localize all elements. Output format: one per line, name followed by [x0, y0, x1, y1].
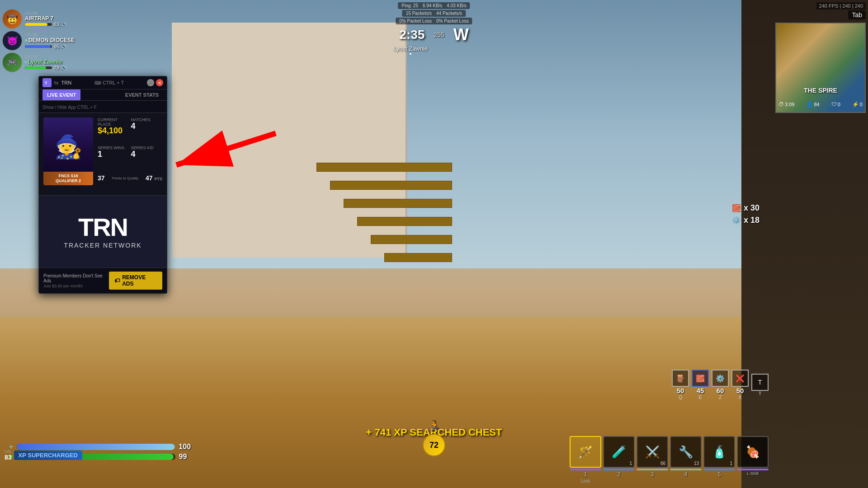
keyboard-icon: ⌨ — [94, 80, 101, 85]
series-kd-val: 4 — [131, 150, 163, 159]
event-thumb-label: FNCS S16 QUALIFIER 2 — [43, 172, 93, 185]
shield-value: 100 — [179, 443, 194, 451]
hotbar-rarity-lshift — [737, 469, 769, 470]
level-xp-section: LVL 83 XP SUPERCHARGED — [5, 449, 82, 461]
trn-shortcut-display: ⌨ CTRL + T — [94, 80, 124, 85]
stair-2 — [330, 181, 452, 190]
player-health-fill-3 — [25, 66, 46, 69]
player-level-tag-2: LVL 95 — [25, 32, 75, 37]
compass-direction: W — [453, 25, 469, 44]
build-key-4: X — [738, 394, 741, 400]
weapon-hotbar: 🪄 1 Lock 🧪 1 2 ⚔️ 66 3 🔧 13 4 🧴 — [570, 436, 769, 483]
series-wins-label: Series Wins — [98, 145, 129, 150]
trn-footer: Premium Members Don't See Ads Just $3.00… — [39, 267, 167, 293]
build-count-1: 50 — [677, 387, 684, 394]
tab-live-event[interactable]: LIVE EVENT — [42, 89, 80, 100]
build-icon-wrap-5: T T — [751, 374, 769, 396]
trn-brand-label: TRN — [61, 80, 72, 85]
hotbar-ammo-5: 1 — [730, 461, 732, 466]
speaker-icon-1: 🔊 — [61, 22, 66, 27]
minimize-button[interactable]: − — [147, 79, 154, 86]
stair-1 — [316, 163, 452, 172]
minimap-players: 👤 84 — [806, 101, 819, 108]
floating-name-dot — [410, 53, 411, 55]
pts-suffix: PTS — [154, 177, 162, 181]
trn-logo-icon: T — [44, 80, 50, 86]
stat-series-kd: Series K/D 4 — [131, 145, 163, 166]
show-hide-hint: Show / Hide App CTRL + F — [42, 105, 97, 110]
stat-series-wins: Series Wins 1 — [98, 145, 129, 166]
player-health-fill-1 — [25, 23, 47, 26]
trn-widget: T by TRN ⌨ CTRL + T − ✕ LIVE EVENT Event… — [38, 76, 167, 294]
tab-event-stats[interactable]: Event Stats — [121, 89, 163, 100]
stat-matches: Matches 4 — [131, 117, 163, 143]
player-level-tag-1: LVL 83 — [25, 11, 66, 15]
metal-count: x 18 — [744, 216, 760, 225]
hotbar-ammo-3: 66 — [660, 461, 665, 466]
minimap-stats: ⏱ 3:09 👤 84 🛡 0 ⚡ 0 — [778, 101, 863, 108]
build-key-1: Q — [679, 394, 683, 400]
hotbar-box-4: 🔧 13 — [670, 436, 702, 468]
player-health-row-1: 83 🔊 — [25, 22, 66, 27]
event-title-line2: QUALIFIER 2 — [45, 178, 91, 183]
game-timer: 2:35 — [399, 28, 425, 42]
ping-info: Ping: 25 6.94 KB/s 4.03 KB/s — [398, 2, 470, 9]
floating-name-text: Lyost Zawnie — [393, 45, 428, 52]
build-icon-5: T — [751, 374, 769, 391]
minimap: THE SPIRE ⏱ 3:09 👤 84 🛡 0 ⚡ 0 — [775, 23, 866, 113]
hotbar-key-5: 5 — [718, 471, 721, 478]
build-count-2: 45 — [697, 387, 704, 394]
fps-display: 240 FPS | 240 | 240 — [816, 2, 866, 9]
hotbar-slot-lshift: 🍖 L-Shift — [737, 436, 769, 483]
hotbar-slot-5: 🧴 1 5 — [703, 436, 735, 483]
trn-logo-area: T by TRN — [42, 78, 71, 87]
timer-compass: 2:35 255 W — [399, 25, 468, 44]
trn-window-controls[interactable]: − ✕ — [147, 79, 163, 86]
level-display: LVL 83 — [5, 449, 12, 461]
staircase — [316, 127, 475, 262]
series-kd-label: Series K/D — [131, 145, 163, 150]
footer-line2: Just $3.00 per month! — [43, 284, 109, 288]
player-health-row-3: 78 🔊 — [25, 65, 66, 70]
player-entry-3: 🎮 LVL 78 • Lyost Zawnie 78 🔊 — [2, 52, 75, 72]
packets-up: 44 Packets/s — [436, 11, 462, 16]
build-icon-3: ⚙️ — [712, 370, 729, 387]
floating-character-name: Lyost Zawnie — [393, 45, 428, 55]
resource-counters: 🧱 x 30 ⚙️ x 18 — [732, 203, 760, 225]
trn-event-content: 🧙 FNCS S16 QUALIFIER 2 Current Place $4,… — [39, 113, 167, 195]
player-avatar-3: 🎮 — [2, 52, 22, 72]
metal-icon: ⚙️ — [732, 216, 741, 225]
build-key-5: T — [759, 391, 762, 396]
trn-tagline: TRACKER NETWORK — [64, 242, 142, 249]
hotbar-slot-1: 🪄 1 Lock — [570, 436, 601, 483]
build-icon-wrap-4: ❌ 50 X — [731, 370, 749, 400]
stair-5 — [371, 235, 452, 244]
trn-footer-text: Premium Members Don't See Ads Just $3.00… — [43, 273, 109, 288]
progress-section: 37 Points to Qualify 47 PTS — [98, 171, 162, 185]
hotbar-key-2: 2 — [618, 471, 621, 478]
hotbar-ammo-2: 1 — [629, 461, 632, 466]
minimap-time: ⏱ 3:09 — [778, 101, 794, 108]
build-icon-wrap-3: ⚙️ 60 Z — [712, 370, 729, 400]
build-key-2: E — [698, 394, 702, 400]
build-icon-2: 🧱 — [692, 370, 709, 387]
hotbar-rarity-3 — [637, 469, 668, 470]
minimap-location: THE SPIRE — [804, 87, 837, 94]
hotbar-box-lshift: 🍖 — [737, 436, 769, 468]
trn-tabbar: LIVE EVENT Event Stats — [39, 89, 167, 101]
close-button[interactable]: ✕ — [156, 79, 163, 86]
player-name-2: DEMON DIOCESE — [28, 37, 75, 43]
svg-text:T: T — [45, 81, 47, 85]
player-health-fill-2 — [25, 45, 51, 48]
player-health-bar-3 — [25, 66, 52, 69]
event-card: 🧙 FNCS S16 QUALIFIER 2 Current Place $4,… — [43, 117, 162, 185]
stat-current-place: Current Place $4,100 — [98, 117, 129, 143]
build-count-4: 50 — [736, 387, 744, 394]
loss-up: 0% Packet Loss — [436, 19, 469, 23]
lvl-label: LVL — [5, 449, 11, 454]
remove-ads-button[interactable]: 🏷 REMOVE ADS — [109, 272, 162, 290]
brick-count: x 30 — [744, 203, 760, 213]
hotbar-ammo-4: 13 — [694, 461, 699, 466]
minimap-shield: 🛡 0 — [831, 101, 840, 108]
hotbar-rarity-2 — [603, 469, 635, 470]
